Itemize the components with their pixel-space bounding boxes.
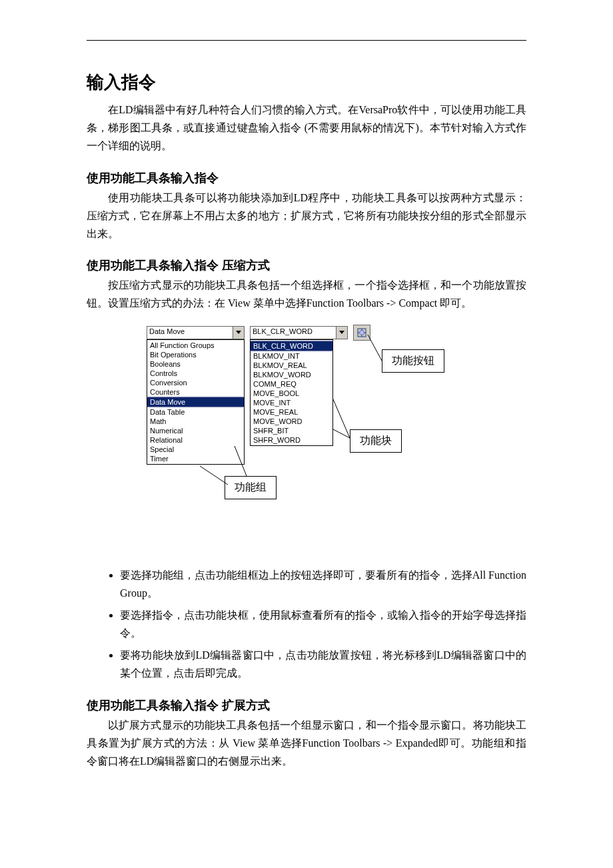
callout-function-group: 功能组	[225, 476, 277, 499]
callout-function-button: 功能按钮	[382, 349, 444, 373]
group-list-item[interactable]: Math	[147, 417, 244, 426]
function-list-item[interactable]: MOVE_WORD	[251, 417, 332, 426]
top-rule	[87, 40, 526, 41]
function-list-item[interactable]: MOVE_INT	[251, 398, 332, 407]
dropdown-arrow-icon[interactable]	[336, 327, 347, 339]
group-list-item[interactable]: Data Move	[147, 397, 244, 407]
intro-paragraph: 在LD编辑器中有好几种符合人们习惯的输入方式。在VersaPro软件中，可以使用…	[87, 101, 526, 155]
function-combobox[interactable]: BLK_CLR_WORD	[250, 326, 348, 339]
svg-marker-0	[236, 331, 241, 334]
dropdown-arrow-icon[interactable]	[233, 327, 244, 339]
function-listbox[interactable]: BLK_CLR_WORDBLKMOV_INTBLKMOV_REALBLKMOV_…	[250, 339, 333, 446]
group-list-item[interactable]: Data Table	[147, 407, 244, 417]
section-title-compact: 使用功能工具条输入指令 压缩方式	[87, 257, 526, 273]
group-list-item[interactable]: Relational	[147, 435, 244, 445]
function-list-item[interactable]: SHFR_BIT	[251, 426, 332, 435]
svg-line-7	[333, 399, 350, 438]
list-item: 要将功能块放到LD编辑器窗口中，点击功能放置按钮，将光标移到LD编辑器窗口中的某…	[120, 646, 526, 682]
function-combobox-value: BLK_CLR_WORD	[251, 327, 336, 339]
section-paragraph-compact: 按压缩方式显示的功能块工具条包括一个组选择框，一个指令选择框，和一个功能放置按钮…	[87, 276, 526, 312]
function-list-item[interactable]: BLKMOV_INT	[251, 351, 332, 361]
group-list-item[interactable]: All Function Groups	[147, 341, 244, 350]
section-paragraph-toolbar: 使用功能块工具条可以将功能块添加到LD程序中，功能块工具条可以按两种方式显示：压…	[87, 189, 526, 243]
svg-marker-1	[339, 331, 344, 334]
list-item: 要选择指令，点击功能块框，使用鼠标查看所有的指令，或输入指令的开始字母选择指令。	[120, 606, 526, 642]
function-list-item[interactable]: SHFR_WORD	[251, 435, 332, 445]
group-list-item[interactable]: Conversion	[147, 378, 244, 387]
function-list-item[interactable]: BLKMOV_WORD	[251, 370, 332, 379]
svg-line-8	[333, 429, 350, 438]
function-list-item[interactable]: BLK_CLR_WORD	[251, 341, 332, 351]
function-list-item[interactable]: MOVE_REAL	[251, 407, 332, 417]
function-list-item[interactable]: MOVE_BOOL	[251, 389, 332, 398]
group-listbox[interactable]: All Function GroupsBit OperationsBoolean…	[147, 339, 245, 465]
group-list-item[interactable]: Bit Operations	[147, 350, 244, 359]
place-function-button[interactable]	[353, 325, 370, 341]
group-combobox[interactable]: Data Move	[147, 326, 245, 339]
group-list-item[interactable]: Numerical	[147, 426, 244, 435]
compact-bullet-list: 要选择功能组，点击功能组框边上的按钮选择即可，要看所有的指令，选择All Fun…	[87, 566, 526, 683]
page-title: 输入指令	[87, 71, 526, 94]
list-item: 要选择功能组，点击功能组框边上的按钮选择即可，要看所有的指令，选择All Fun…	[120, 566, 526, 602]
section-paragraph-expanded: 以扩展方式显示的功能块工具条包括一个组显示窗口，和一个指令显示窗口。将功能块工具…	[87, 716, 526, 771]
compact-toolbar-figure: Data Move BLK_CLR_WORD All Function Grou…	[147, 326, 466, 559]
svg-line-10	[200, 466, 228, 485]
section-title-expanded: 使用功能工具条输入指令 扩展方式	[87, 697, 526, 713]
svg-rect-5	[360, 331, 364, 335]
function-list-item[interactable]: COMM_REQ	[251, 379, 332, 389]
group-list-item[interactable]: Special	[147, 445, 244, 454]
group-list-item[interactable]: Timer	[147, 454, 244, 463]
function-list-item[interactable]: BLKMOV_REAL	[251, 361, 332, 370]
group-combobox-value: Data Move	[147, 327, 233, 339]
section-title-toolbar: 使用功能工具条输入指令	[87, 170, 526, 186]
group-list-item[interactable]: Booleans	[147, 359, 244, 369]
group-list-item[interactable]: Controls	[147, 369, 244, 378]
group-list-item[interactable]: Counters	[147, 387, 244, 397]
callout-function-block: 功能块	[350, 429, 402, 453]
